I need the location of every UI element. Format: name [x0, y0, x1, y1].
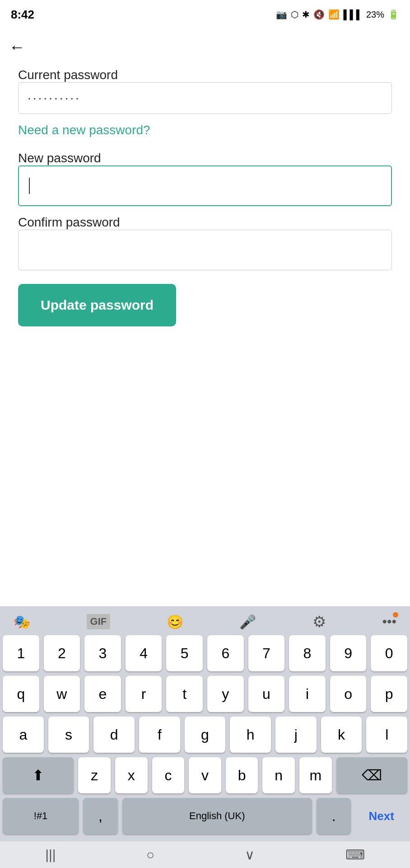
qwerty-row: q w e r t y u i o p — [3, 676, 407, 712]
keyboard-rows: 1 2 3 4 5 6 7 8 9 0 q w e r t y u i o p … — [0, 635, 410, 841]
key-a[interactable]: a — [3, 717, 44, 753]
key-n[interactable]: n — [262, 757, 295, 793]
key-h[interactable]: h — [230, 717, 271, 753]
key-e[interactable]: e — [84, 676, 121, 712]
notification-dot — [393, 612, 398, 618]
zxcv-row: ⬆ z x c v b n m ⌫ — [3, 757, 407, 793]
period-key[interactable]: . — [317, 798, 351, 834]
asdf-row: a s d f g h j k l — [3, 717, 407, 753]
update-password-button[interactable]: Update password — [18, 284, 176, 326]
more-icon[interactable]: ••• — [382, 614, 396, 629]
key-u[interactable]: u — [248, 676, 285, 712]
recents-nav-button[interactable]: ∨ — [245, 847, 255, 863]
space-key[interactable]: English (UK) — [122, 798, 312, 834]
status-bar: 8:42 📷 ⬡ ✱ 🔇 📶 ▌▌▌ 23% 🔋 — [0, 0, 410, 27]
confirm-password-input[interactable] — [18, 230, 392, 270]
key-w[interactable]: w — [44, 676, 80, 712]
key-3[interactable]: 3 — [84, 635, 121, 671]
symbols-key[interactable]: !#1 — [3, 798, 79, 834]
emoji-icon[interactable]: 😊 — [167, 614, 183, 630]
gif-icon[interactable]: GIF — [87, 614, 111, 629]
key-f[interactable]: f — [139, 717, 180, 753]
shift-key[interactable]: ⬆ — [3, 757, 74, 793]
sticker-icon[interactable]: 🎭 — [14, 614, 30, 630]
key-i[interactable]: i — [289, 676, 326, 712]
top-nav: ← — [0, 27, 410, 63]
key-g[interactable]: g — [185, 717, 226, 753]
signal-icon: ▌▌▌ — [343, 9, 363, 20]
nav-bar: ||| ○ ∨ ⌨ — [0, 841, 410, 868]
key-9[interactable]: 9 — [330, 635, 367, 671]
text-cursor — [29, 178, 30, 194]
new-password-label: New password — [18, 151, 101, 165]
battery-icon: 🔋 — [388, 9, 399, 20]
bluetooth-icon: ✱ — [302, 9, 310, 20]
key-c[interactable]: c — [152, 757, 185, 793]
bottom-row: !#1 , English (UK) . Next — [3, 798, 407, 834]
key-k[interactable]: k — [321, 717, 362, 753]
key-6[interactable]: 6 — [207, 635, 244, 671]
key-o[interactable]: o — [330, 676, 367, 712]
key-1[interactable]: 1 — [3, 635, 39, 671]
status-time: 8:42 — [11, 8, 34, 22]
current-password-label: Current password — [18, 68, 118, 82]
back-nav-button[interactable]: ||| — [45, 847, 56, 863]
key-4[interactable]: 4 — [126, 635, 162, 671]
current-password-section: Current password ·········· — [18, 68, 392, 114]
form-area: Current password ·········· Need a new p… — [0, 63, 410, 340]
key-8[interactable]: 8 — [289, 635, 326, 671]
keyboard-toolbar: 🎭 GIF 😊 🎤 ⚙ ••• — [0, 606, 410, 635]
key-r[interactable]: r — [126, 676, 162, 712]
key-m[interactable]: m — [299, 757, 332, 793]
confirm-password-section: Confirm password — [18, 215, 392, 270]
back-button[interactable]: ← — [9, 39, 25, 55]
keyboard-nav-button[interactable]: ⌨ — [345, 847, 365, 863]
number-row: 1 2 3 4 5 6 7 8 9 0 — [3, 635, 407, 671]
key-p[interactable]: p — [371, 676, 407, 712]
wifi-icon: 📶 — [328, 9, 340, 20]
new-password-input[interactable] — [18, 165, 392, 206]
battery-text: 23% — [366, 9, 384, 20]
mute-icon: 🔇 — [313, 9, 325, 20]
comma-key[interactable]: , — [83, 798, 117, 834]
new-password-section: New password — [18, 151, 392, 206]
camera-icon: 📷 — [276, 9, 287, 20]
key-t[interactable]: t — [166, 676, 203, 712]
key-s[interactable]: s — [48, 717, 89, 753]
key-l[interactable]: l — [366, 717, 407, 753]
next-key[interactable]: Next — [355, 798, 407, 834]
key-b[interactable]: b — [226, 757, 258, 793]
mic-icon[interactable]: 🎤 — [239, 614, 256, 630]
key-y[interactable]: y — [207, 676, 244, 712]
key-z[interactable]: z — [78, 757, 111, 793]
settings-icon[interactable]: ⚙ — [312, 613, 326, 631]
home-nav-button[interactable]: ○ — [146, 847, 154, 863]
key-2[interactable]: 2 — [44, 635, 80, 671]
current-password-input[interactable]: ·········· — [18, 82, 392, 114]
key-x[interactable]: x — [115, 757, 148, 793]
key-q[interactable]: q — [3, 676, 39, 712]
key-d[interactable]: d — [93, 717, 135, 753]
key-v[interactable]: v — [189, 757, 221, 793]
key-j[interactable]: j — [275, 717, 317, 753]
key-7[interactable]: 7 — [248, 635, 285, 671]
key-5[interactable]: 5 — [166, 635, 203, 671]
confirm-password-label: Confirm password — [18, 215, 120, 229]
backspace-key[interactable]: ⌫ — [336, 757, 407, 793]
keyboard: 🎭 GIF 😊 🎤 ⚙ ••• 1 2 3 4 5 6 7 8 9 0 q w … — [0, 606, 410, 868]
link-icon: ⬡ — [291, 9, 298, 20]
forgot-password-link[interactable]: Need a new password? — [18, 123, 392, 137]
key-0[interactable]: 0 — [371, 635, 407, 671]
status-icons: 📷 ⬡ ✱ 🔇 📶 ▌▌▌ 23% 🔋 — [276, 9, 399, 20]
